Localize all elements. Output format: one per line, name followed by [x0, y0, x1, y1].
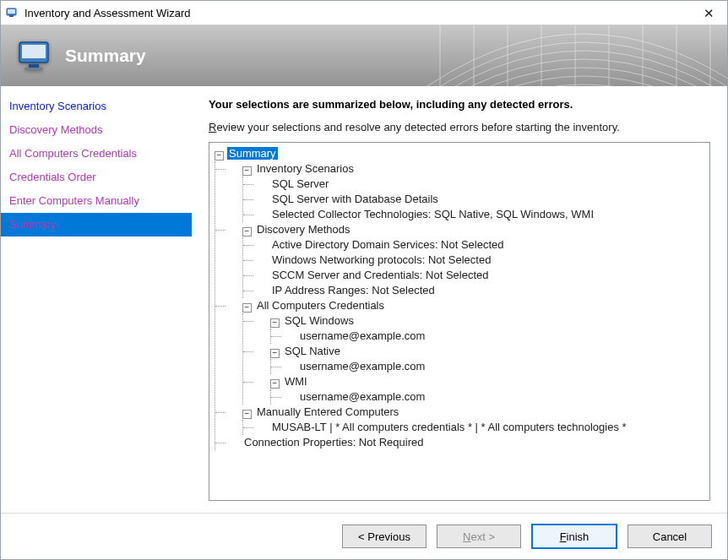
tree-root-label[interactable]: Summary	[227, 147, 278, 160]
window-title: Inventory and Assessment Wizard	[24, 7, 191, 19]
tree-leaf-label[interactable]: username@example.com	[298, 360, 426, 372]
tree-leaf-label[interactable]: Connection Properties: Not Required	[242, 436, 425, 449]
summary-tree[interactable]: −Summary −Inventory Scenarios SQL Server…	[209, 142, 710, 501]
tree-root[interactable]: −Summary −Inventory Scenarios SQL Server…	[211, 146, 708, 450]
tree-leaf[interactable]: SCCM Server and Credentials: Not Selecte…	[255, 268, 708, 283]
tree-leaf[interactable]: username@example.com	[283, 359, 708, 374]
tree-node-label[interactable]: SQL Windows	[283, 314, 356, 327]
titlebar-left: Inventory and Assessment Wizard	[6, 6, 191, 19]
subtext-accel: R	[209, 121, 216, 133]
next-button: Next >	[437, 525, 521, 548]
app-icon	[6, 6, 19, 19]
main-panel: Your selections are summarized below, in…	[192, 86, 727, 513]
wizard-window: Inventory and Assessment Wizard ✕ Summar…	[0, 0, 728, 560]
tree-leaf-label[interactable]: SCCM Server and Credentials: Not Selecte…	[270, 269, 491, 281]
nav-credentials-order[interactable]: Credentials Order	[1, 166, 192, 189]
tree-leaf-label[interactable]: SQL Server with Database Details	[270, 193, 440, 205]
svg-rect-4	[22, 45, 46, 58]
tree-leaf[interactable]: MUSAB-LT | * All computers credentials *…	[255, 420, 708, 435]
tree-connection-properties[interactable]: Connection Properties: Not Required	[227, 435, 708, 450]
close-button[interactable]: ✕	[690, 1, 727, 24]
expander-icon[interactable]: −	[270, 349, 280, 358]
expander-icon[interactable]: −	[270, 379, 280, 389]
titlebar: Inventory and Assessment Wizard ✕	[1, 1, 727, 25]
tree-leaf[interactable]: IP Address Ranges: Not Selected	[255, 283, 708, 298]
sidebar: Inventory Scenarios Discovery Methods Al…	[1, 86, 192, 513]
subtext-rest: eview your selections and resolve any de…	[216, 121, 619, 133]
tree-inventory-scenarios[interactable]: −Inventory Scenarios SQL Server SQL Serv…	[227, 161, 708, 222]
tree-leaf[interactable]: Selected Collector Technologies: SQL Nat…	[255, 207, 708, 222]
finish-rest: inish	[567, 530, 589, 543]
finish-accel: F	[560, 530, 567, 543]
tree-cred-group[interactable]: −SQL Native username@example.com	[255, 344, 708, 374]
expander-icon[interactable]: −	[242, 303, 252, 313]
tree-node-label[interactable]: Discovery Methods	[255, 223, 352, 236]
tree-leaf[interactable]: username@example.com	[283, 329, 708, 344]
tree-leaf-label[interactable]: username@example.com	[298, 329, 426, 342]
next-rest: ext >	[470, 530, 495, 543]
tree-node-label[interactable]: All Computers Credentials	[255, 299, 386, 312]
nav-all-computers-credentials[interactable]: All Computers Credentials	[1, 142, 192, 166]
tree-leaf[interactable]: Windows Networking protocols: Not Select…	[255, 253, 708, 268]
main-heading: Your selections are summarized below, in…	[209, 98, 710, 111]
tree-leaf[interactable]: SQL Server	[255, 177, 708, 192]
tree-leaf[interactable]: SQL Server with Database Details	[255, 192, 708, 207]
footer: < Previous Next > Finish Cancel	[1, 513, 727, 559]
tree-node-label[interactable]: Manually Entered Computers	[255, 405, 400, 418]
tree-leaf-label[interactable]: MUSAB-LT | * All computers credentials *…	[270, 421, 628, 433]
main-subtext: Review your selections and resolve any d…	[209, 121, 710, 133]
tree-cred-group[interactable]: −SQL Windows username@example.com	[255, 313, 708, 344]
nav-summary[interactable]: Summary	[1, 213, 192, 237]
expander-icon[interactable]: −	[270, 318, 280, 328]
tree-discovery-methods[interactable]: −Discovery Methods Active Directory Doma…	[227, 222, 708, 298]
tree-leaf[interactable]: Active Directory Domain Services: Not Se…	[255, 237, 708, 253]
nav-inventory-scenarios[interactable]: Inventory Scenarios	[1, 95, 192, 118]
tree-node-label[interactable]: SQL Native	[283, 345, 342, 357]
banner-computer-icon	[16, 37, 57, 74]
nav-discovery-methods[interactable]: Discovery Methods	[1, 118, 192, 142]
banner-decoration	[406, 25, 727, 86]
tree-leaf-label[interactable]: SQL Server	[270, 177, 330, 190]
tree-node-label[interactable]: WMI	[283, 375, 309, 388]
nav-enter-computers-manually[interactable]: Enter Computers Manually	[1, 189, 192, 213]
svg-rect-5	[29, 64, 39, 68]
tree-leaf-label[interactable]: username@example.com	[298, 390, 426, 403]
tree-node-label[interactable]: Inventory Scenarios	[255, 162, 356, 175]
previous-button[interactable]: < Previous	[342, 525, 426, 548]
tree-all-computers-credentials[interactable]: −All Computers Credentials −SQL Windows …	[227, 298, 708, 405]
body: Inventory Scenarios Discovery Methods Al…	[1, 86, 727, 513]
tree-leaf-label[interactable]: Selected Collector Technologies: SQL Nat…	[270, 208, 595, 220]
svg-rect-2	[9, 15, 14, 17]
tree-leaf-label[interactable]: IP Address Ranges: Not Selected	[270, 284, 437, 296]
next-accel: N	[463, 530, 470, 543]
expander-icon[interactable]: −	[242, 227, 252, 237]
tree-leaf-label[interactable]: Windows Networking protocols: Not Select…	[270, 253, 492, 266]
banner-title: Summary	[57, 46, 146, 66]
svg-rect-1	[8, 9, 15, 14]
expander-icon[interactable]: −	[242, 166, 252, 176]
tree-manually-entered[interactable]: −Manually Entered Computers MUSAB-LT | *…	[227, 405, 708, 435]
close-icon: ✕	[704, 7, 714, 19]
tree-leaf-label[interactable]: Active Directory Domain Services: Not Se…	[270, 238, 506, 251]
svg-rect-6	[24, 68, 43, 70]
banner: Summary	[1, 25, 727, 86]
finish-button[interactable]: Finish	[531, 524, 617, 549]
tree-cred-group[interactable]: −WMI username@example.com	[255, 374, 708, 405]
expander-icon[interactable]: −	[242, 410, 252, 419]
cancel-button[interactable]: Cancel	[627, 525, 712, 548]
tree-leaf[interactable]: username@example.com	[283, 389, 708, 405]
expander-icon[interactable]: −	[215, 151, 224, 160]
